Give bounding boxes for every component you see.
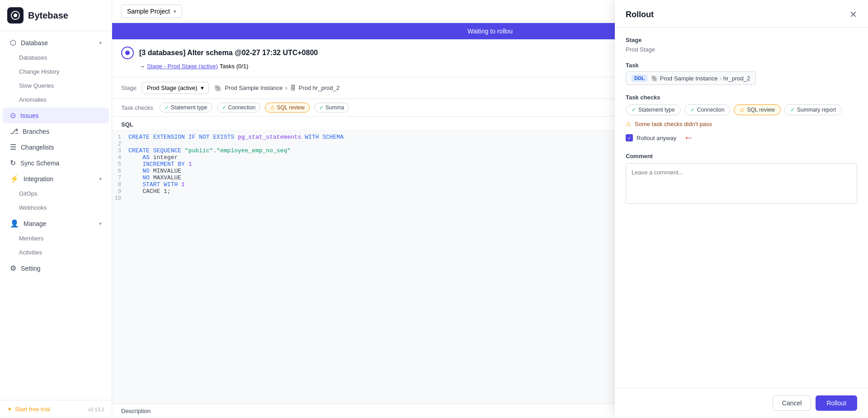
trial-label: Start free trial <box>15 406 50 413</box>
logo-text: Bytebase <box>28 10 68 21</box>
db-icon: 🗄 <box>290 85 296 91</box>
ddl-badge: DDL <box>632 75 647 82</box>
sidebar-item-label: Changelists <box>21 144 54 151</box>
instance-name: Prod Sample Instance <box>660 75 718 82</box>
postgres-icon: 🐘 <box>651 75 658 82</box>
sidebar-item-issues[interactable]: ⊙ Issues <box>3 108 109 123</box>
check-badge-sql-review[interactable]: ⚠ SQL review <box>265 103 310 113</box>
sidebar-item-label: Members <box>19 235 43 242</box>
chevron-down-icon: ▾ <box>174 9 176 14</box>
sidebar-item-label: Manage <box>24 220 47 227</box>
task-checks-label: Task checks <box>626 94 857 101</box>
stage-link[interactable]: Stage - Prod Stage (active) <box>147 63 218 70</box>
breadcrumb-sep: › <box>720 75 722 82</box>
check-label: Statement type <box>638 107 675 113</box>
cancel-button[interactable]: Cancel <box>773 395 811 411</box>
check-label: SQL review <box>747 107 775 113</box>
sidebar-nav: ⬡ Database ▾ Databases Change History Sl… <box>0 31 112 400</box>
close-button[interactable]: ✕ <box>849 9 857 20</box>
rollout-panel: Rollout ✕ Stage Prod Stage Task DDL 🐘 Pr… <box>615 0 868 418</box>
stage-value: Prod Stage (active) <box>147 85 197 91</box>
sidebar-item-activities[interactable]: Activities <box>3 245 109 259</box>
check-badge-statement-type[interactable]: ✓ Statement type <box>160 103 212 113</box>
sidebar-item-database[interactable]: ⬡ Database ▾ <box>3 35 109 51</box>
manage-icon: 👤 <box>10 219 19 228</box>
breadcrumb-sep: › <box>285 85 287 91</box>
rollout-anyway-label: Rollout anyway <box>637 135 676 141</box>
panel-body: Stage Prod Stage Task DDL 🐘 Prod Sample … <box>615 28 868 388</box>
panel-check-connection[interactable]: ✓ Connection <box>684 104 731 115</box>
database-icon: ⬡ <box>10 38 16 47</box>
panel-footer: Cancel Rollout <box>615 388 868 418</box>
sidebar-item-branches[interactable]: ⎇ Branches <box>3 123 109 139</box>
project-name: Sample Project <box>127 8 170 15</box>
sidebar-item-label: GitOps <box>19 190 37 197</box>
sidebar-footer: ✦ Start free trial v2.13.2 <box>0 400 112 418</box>
stage-selector[interactable]: Prod Stage (active) ▾ <box>142 82 209 94</box>
instance-breadcrumb: 🐘 Prod Sample Instance › 🗄 Prod hr_prod_… <box>214 85 340 92</box>
logo-icon <box>7 7 24 23</box>
stage-label: Stage <box>121 85 137 91</box>
sidebar-item-label: Activities <box>19 249 42 256</box>
sidebar-item-slow-queries[interactable]: Slow Queries <box>3 79 109 93</box>
check-warn-icon: ⚠ <box>740 107 745 113</box>
nav-group-integration: ⚡ Integration ▾ GitOps Webhooks <box>0 171 112 215</box>
sidebar-item-change-history[interactable]: Change History <box>3 65 109 79</box>
panel-check-sql-review[interactable]: ⚠ SQL review <box>734 104 781 115</box>
task-info-box: DDL 🐘 Prod Sample Instance › hr_prod_2 <box>626 71 756 85</box>
sidebar-item-label: Issues <box>20 112 38 119</box>
sidebar-item-sync-schema[interactable]: ↻ Sync Schema <box>3 155 109 171</box>
sidebar-item-manage[interactable]: 👤 Manage ▾ <box>3 216 109 231</box>
rollout-button[interactable]: Rollout <box>816 395 857 411</box>
check-ok-icon: ✓ <box>165 104 169 111</box>
check-label: Summa <box>326 104 344 111</box>
check-ok-icon: ✓ <box>790 107 795 113</box>
check-ok-icon: ✓ <box>222 104 226 111</box>
check-ok-icon: ✓ <box>690 107 695 113</box>
postgres-icon: 🐘 <box>214 85 222 92</box>
sidebar-item-label: Webhooks <box>19 204 47 211</box>
check-label: Summary report <box>797 107 836 113</box>
panel-stage-section: Stage Prod Stage <box>626 37 857 53</box>
comment-input[interactable] <box>626 163 857 204</box>
sidebar-item-integration[interactable]: ⚡ Integration ▾ <box>3 171 109 187</box>
trial-icon: ✦ <box>7 406 12 413</box>
warning-notice: ⚠ Some task checks didn't pass <box>626 121 857 127</box>
panel-check-statement-type[interactable]: ✓ Statement type <box>626 104 681 115</box>
sidebar-item-anomalies[interactable]: Anomalies <box>3 93 109 107</box>
db-name: Prod hr_prod_2 <box>299 85 340 91</box>
start-trial-button[interactable]: ✦ Start free trial <box>7 406 50 413</box>
sidebar: Bytebase ⬡ Database ▾ Databases Change H… <box>0 0 112 418</box>
check-label: SQL review <box>277 104 305 111</box>
check-badge-connection[interactable]: ✓ Connection <box>217 103 261 113</box>
sidebar-item-databases[interactable]: Databases <box>3 51 109 65</box>
checks-label: Task checks <box>121 104 153 111</box>
issues-icon: ⊙ <box>10 111 16 120</box>
sidebar-item-label: Integration <box>24 175 53 183</box>
sidebar-item-changelists[interactable]: ☰ Changelists <box>3 139 109 155</box>
panel-check-summary-report[interactable]: ✓ Summary report <box>784 104 842 115</box>
chevron-icon: ▾ <box>99 221 102 227</box>
comment-label: Comment <box>626 153 857 160</box>
red-arrow-indicator: ← <box>684 132 693 144</box>
sidebar-item-setting[interactable]: ⚙ Setting <box>3 260 109 276</box>
rollout-anyway-checkbox[interactable]: ✓ <box>626 134 633 141</box>
sidebar-item-webhooks[interactable]: Webhooks <box>3 201 109 215</box>
check-badge-summary[interactable]: ✓ Summa <box>314 103 349 113</box>
sidebar-item-label: Slow Queries <box>19 82 54 89</box>
rollout-anyway-row: ✓ Rollout anyway ← <box>626 132 857 144</box>
panel-task-section: Task DDL 🐘 Prod Sample Instance › hr_pro… <box>626 62 857 85</box>
sidebar-item-gitops[interactable]: GitOps <box>3 187 109 201</box>
integration-icon: ⚡ <box>10 174 19 183</box>
sidebar-item-label: Sync Schema <box>20 160 59 167</box>
chevron-down-icon: ▾ <box>99 40 102 46</box>
svg-point-1 <box>14 14 17 17</box>
panel-task-checks-section: Task checks ✓ Statement type ✓ Connectio… <box>626 94 857 144</box>
warning-text: Some task checks didn't pass <box>635 121 712 127</box>
sidebar-item-members[interactable]: Members <box>3 231 109 245</box>
tasks-label: Tasks (0/1) <box>220 63 249 70</box>
task-db: hr_prod_2 <box>723 75 750 82</box>
banner-text: Waiting to rollou <box>467 28 513 35</box>
issue-title: [3 databases] Alter schema @02-27 17:32 … <box>139 49 318 57</box>
project-selector[interactable]: Sample Project ▾ <box>121 5 182 18</box>
